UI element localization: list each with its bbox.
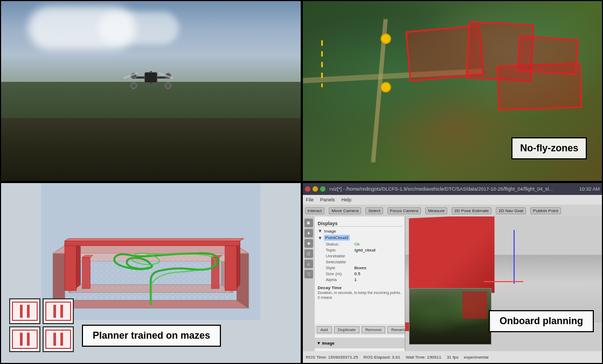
decay-time-label: Decay Time xyxy=(318,285,403,290)
rviz-toolbar: Interact Move Camera Select Focus Camera… xyxy=(303,205,602,216)
ros-time: ROS Time: 1509039371.25 xyxy=(306,355,358,360)
thumb-1 xyxy=(9,298,40,324)
rviz-titlebar: rviz[*] - /home/redingots/DLCFS-1.9/src/… xyxy=(303,183,602,195)
displays-pointcloud-row[interactable]: ▼ PointCloud2 xyxy=(318,235,403,241)
image-label: Image xyxy=(324,229,336,234)
thumb-bar-2b xyxy=(60,305,63,318)
waypoint-1 xyxy=(380,33,391,44)
selectable-key: Selectable xyxy=(326,260,353,264)
svg-marker-15 xyxy=(237,241,240,288)
status-row: Status: Ok xyxy=(318,242,403,247)
add-button[interactable]: Add xyxy=(317,326,332,333)
tool-select[interactable]: Select xyxy=(365,207,383,214)
rviz-3d-box-main xyxy=(408,216,494,292)
nfz-box-4 xyxy=(517,35,579,75)
rviz-y-axis xyxy=(514,230,515,284)
rviz-camera-overlay-box xyxy=(462,291,487,319)
thumb-inner-3 xyxy=(12,330,38,348)
rviz-3d-view[interactable]: Onboard planning xyxy=(405,216,602,351)
rviz-body: ▣ ◈ ◉ ◫ ◬ ⬡ Displays ▼ Image ▼ PointClou… xyxy=(303,216,602,351)
tool-2d-nav-goal[interactable]: 2D Nav Goal xyxy=(496,207,526,214)
main-grid: No-fly-zones xyxy=(0,0,603,364)
image-section: ▼ Image xyxy=(315,338,405,348)
ros-elapsed: ROS Elapsed: 3.61 xyxy=(363,355,400,360)
menu-panels[interactable]: Panels xyxy=(320,197,335,202)
thumb-inner-4 xyxy=(45,330,72,348)
thumb-bar-1a xyxy=(20,305,23,318)
drone-motor-br xyxy=(165,82,171,89)
decay-time-desc: Duration, in seconds, to keep the incomi… xyxy=(318,290,403,300)
tool-measure[interactable]: Measure xyxy=(425,207,447,214)
tool-move-camera[interactable]: Move Camera xyxy=(329,207,361,214)
maze-panel: Planner trained on mazes xyxy=(0,182,302,364)
rviz-title-text: rviz[*] - /home/redingots/DLCFS-1.9/src/… xyxy=(330,186,553,192)
rviz-camera-feed xyxy=(409,288,492,345)
rviz-panel: rviz[*] - /home/redingots/DLCFS-1.9/src/… xyxy=(302,182,604,364)
duplicate-button[interactable]: Duplicate xyxy=(334,326,359,333)
thumb-4 xyxy=(43,326,74,352)
tool-publish-point[interactable]: Publish Point xyxy=(530,207,561,214)
status-value: Ok xyxy=(355,242,360,247)
remove-button[interactable]: Remove xyxy=(362,326,385,333)
rviz-menubar: File Panels Help xyxy=(303,195,602,205)
fps-counter: 31 fps xyxy=(447,355,459,360)
status-key: Status: xyxy=(326,242,353,247)
topic-row: Topic /grid_cloud xyxy=(318,248,403,253)
thumb-inner-1 xyxy=(12,302,38,320)
alpha-key: Alpha xyxy=(326,277,353,282)
size-key: Size (m) xyxy=(326,271,353,276)
tool-interact[interactable]: Interact xyxy=(305,207,325,214)
unreliable-key: Unreliable xyxy=(326,254,353,258)
drone-motor-bl xyxy=(130,82,137,89)
displays-image-row[interactable]: ▼ Image xyxy=(318,228,403,234)
selectable-row: Selectable xyxy=(318,260,403,264)
experimental-label: experimental xyxy=(464,355,489,360)
topic-value: /grid_cloud xyxy=(355,248,376,253)
side-icon-2: ◈ xyxy=(304,229,313,237)
svg-rect-10 xyxy=(65,243,77,290)
style-value: Boxes xyxy=(355,265,366,270)
unreliable-row: Unreliable xyxy=(318,254,403,258)
style-key: Style xyxy=(326,265,353,270)
alpha-value: 1 xyxy=(355,277,357,282)
tool-2d-pose[interactable]: 2D Pose Estimate xyxy=(452,207,491,214)
drone-panel xyxy=(0,0,302,182)
rviz-minimize-btn[interactable] xyxy=(313,186,318,192)
wall-time: Wall Time: 150911 xyxy=(406,355,441,360)
aerial-panel: No-fly-zones xyxy=(302,0,604,182)
thumb-2 xyxy=(43,298,74,324)
svg-rect-13 xyxy=(225,243,237,290)
thumb-bar-2a xyxy=(53,305,56,318)
drone-body xyxy=(129,69,172,88)
pointcloud-expand-icon: ▼ xyxy=(318,235,323,241)
maze-caption: Planner trained on mazes xyxy=(82,325,221,347)
rename-button[interactable]: Rename xyxy=(387,326,405,333)
thumb-bar-1b xyxy=(27,305,30,318)
svg-rect-20 xyxy=(65,241,240,246)
drone-center-body xyxy=(144,72,157,83)
tool-focus-camera[interactable]: Focus Camera xyxy=(387,207,421,214)
side-icon-1: ▣ xyxy=(304,219,313,227)
rviz-close-btn[interactable] xyxy=(305,186,310,192)
svg-marker-12 xyxy=(77,241,80,288)
thumb-bar-3b xyxy=(27,333,30,346)
rviz-maximize-btn[interactable] xyxy=(320,186,325,192)
thumb-bar-4b xyxy=(60,333,63,346)
side-icon-4: ◫ xyxy=(304,249,313,258)
waypoint-line xyxy=(321,40,323,87)
displays-header: Displays xyxy=(318,221,403,227)
rviz-displays-panel: ▣ ◈ ◉ ◫ ◬ ⬡ Displays ▼ Image ▼ PointClou… xyxy=(303,216,405,351)
rviz-side-icons: ▣ ◈ ◉ ◫ ◬ ⬡ xyxy=(303,216,315,351)
image-expand-icon: ▼ xyxy=(318,228,323,234)
thumb-bar-3a xyxy=(20,333,23,346)
menu-file[interactable]: File xyxy=(306,197,314,202)
nfz-label: No-fly-zones xyxy=(511,137,587,159)
menu-help[interactable]: Help xyxy=(342,197,352,202)
rviz-x-axis xyxy=(484,281,523,282)
side-icon-6: ⬡ xyxy=(304,270,313,278)
side-icon-5: ◬ xyxy=(304,260,313,268)
rviz-statusbar: ROS Time: 1509039371.25 ROS Elapsed: 3.6… xyxy=(303,351,602,363)
rviz-add-bar: Add Duplicate Remove Rename xyxy=(315,324,405,335)
onboard-label: Onboard planning xyxy=(489,310,594,332)
thumb-inner-2 xyxy=(45,302,72,320)
